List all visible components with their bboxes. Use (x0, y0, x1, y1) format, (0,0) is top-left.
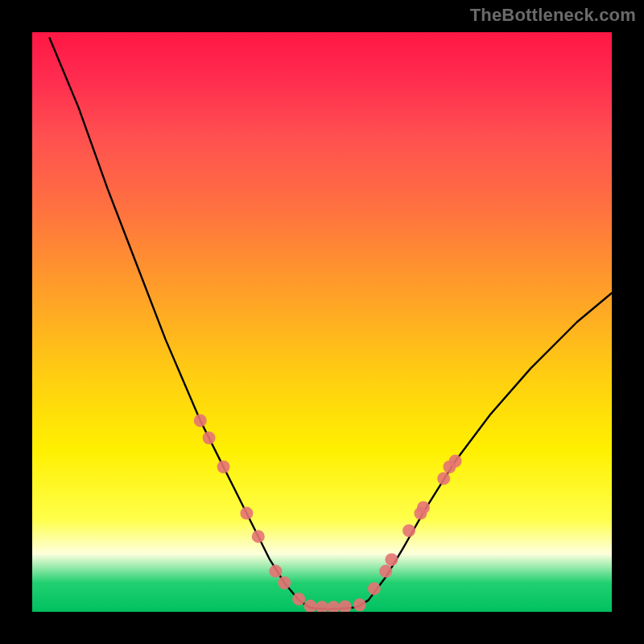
data-marker (240, 507, 253, 520)
data-marker (292, 592, 305, 605)
data-marker (417, 501, 430, 514)
watermark-text: TheBottleneck.com (470, 5, 636, 26)
data-marker (339, 601, 352, 612)
data-marker (353, 598, 366, 611)
data-marker (449, 455, 462, 468)
data-marker (217, 460, 230, 473)
chart-container: TheBottleneck.com (0, 0, 644, 644)
data-marker (316, 601, 328, 612)
data-marker (194, 414, 207, 427)
data-marker (252, 530, 265, 543)
data-marker (385, 553, 398, 566)
data-marker (269, 565, 282, 578)
data-marker (368, 582, 381, 595)
plot-svg (32, 32, 612, 612)
data-marker (379, 565, 392, 578)
curve (50, 38, 612, 609)
data-marker (327, 601, 340, 612)
data-marker (278, 576, 291, 589)
plot-area (32, 32, 612, 612)
data-marker (437, 472, 450, 485)
data-marker (203, 431, 216, 444)
data-marker (402, 524, 415, 537)
data-marker (304, 600, 317, 612)
